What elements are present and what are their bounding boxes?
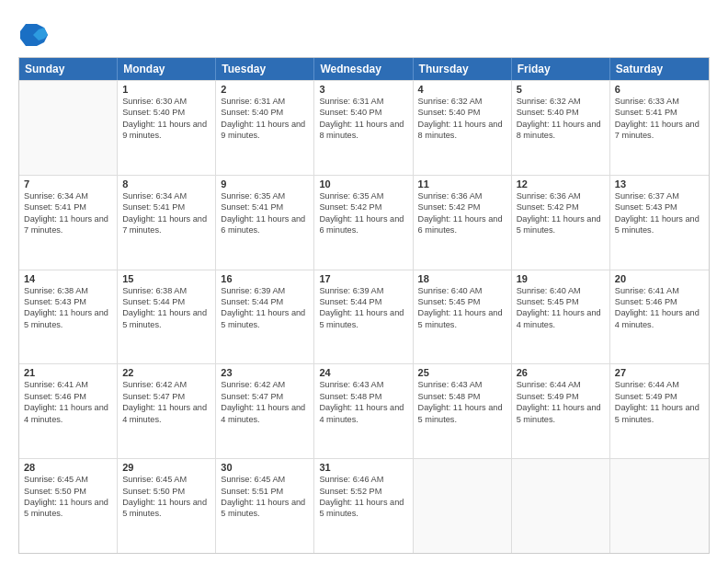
day-info: Sunrise: 6:41 AM Sunset: 5:46 PM Dayligh…	[615, 285, 704, 331]
cal-cell-6: 6Sunrise: 6:33 AM Sunset: 5:41 PM Daylig…	[610, 81, 709, 175]
day-info: Sunrise: 6:31 AM Sunset: 5:40 PM Dayligh…	[319, 96, 407, 142]
day-number: 18	[418, 273, 506, 284]
day-info: Sunrise: 6:45 AM Sunset: 5:51 PM Dayligh…	[221, 474, 309, 520]
cal-cell-19: 19Sunrise: 6:40 AM Sunset: 5:45 PM Dayli…	[512, 270, 610, 364]
cal-cell-empty-4-6	[610, 459, 709, 553]
day-number: 15	[122, 273, 210, 284]
cal-cell-27: 27Sunrise: 6:44 AM Sunset: 5:49 PM Dayli…	[610, 364, 709, 458]
cal-cell-25: 25Sunrise: 6:43 AM Sunset: 5:48 PM Dayli…	[414, 364, 512, 458]
cal-cell-14: 14Sunrise: 6:38 AM Sunset: 5:43 PM Dayli…	[19, 270, 118, 364]
cal-cell-empty-4-4	[414, 459, 512, 553]
cal-cell-9: 9Sunrise: 6:35 AM Sunset: 5:41 PM Daylig…	[216, 176, 314, 270]
day-number: 21	[24, 367, 112, 378]
cal-cell-28: 28Sunrise: 6:45 AM Sunset: 5:50 PM Dayli…	[19, 459, 118, 553]
cal-cell-7: 7Sunrise: 6:34 AM Sunset: 5:41 PM Daylig…	[19, 176, 118, 270]
cal-cell-10: 10Sunrise: 6:35 AM Sunset: 5:42 PM Dayli…	[314, 176, 413, 270]
cal-cell-23: 23Sunrise: 6:42 AM Sunset: 5:47 PM Dayli…	[216, 364, 314, 458]
cal-cell-3: 3Sunrise: 6:31 AM Sunset: 5:40 PM Daylig…	[314, 81, 413, 175]
cal-cell-empty-4-5	[512, 459, 610, 553]
day-info: Sunrise: 6:38 AM Sunset: 5:43 PM Dayligh…	[24, 285, 112, 331]
day-number: 8	[122, 178, 210, 190]
header-day-friday: Friday	[512, 58, 610, 80]
week-row-4: 28Sunrise: 6:45 AM Sunset: 5:50 PM Dayli…	[19, 458, 709, 553]
day-info: Sunrise: 6:38 AM Sunset: 5:44 PM Dayligh…	[122, 285, 210, 331]
day-info: Sunrise: 6:34 AM Sunset: 5:41 PM Dayligh…	[122, 190, 210, 236]
day-info: Sunrise: 6:43 AM Sunset: 5:48 PM Dayligh…	[418, 379, 506, 425]
day-info: Sunrise: 6:46 AM Sunset: 5:52 PM Dayligh…	[319, 474, 407, 520]
header-day-saturday: Saturday	[610, 58, 709, 80]
calendar-header: SundayMondayTuesdayWednesdayThursdayFrid…	[19, 58, 709, 80]
day-number: 26	[517, 367, 605, 378]
header-day-monday: Monday	[118, 58, 216, 80]
day-info: Sunrise: 6:30 AM Sunset: 5:40 PM Dayligh…	[122, 96, 210, 142]
logo-icon	[18, 20, 44, 46]
header	[18, 17, 710, 46]
day-number: 10	[319, 178, 407, 190]
day-number: 22	[122, 367, 210, 378]
day-info: Sunrise: 6:36 AM Sunset: 5:42 PM Dayligh…	[517, 190, 605, 236]
cal-cell-20: 20Sunrise: 6:41 AM Sunset: 5:46 PM Dayli…	[610, 270, 709, 364]
day-info: Sunrise: 6:44 AM Sunset: 5:49 PM Dayligh…	[615, 379, 704, 425]
day-info: Sunrise: 6:41 AM Sunset: 5:46 PM Dayligh…	[24, 379, 112, 425]
day-number: 31	[319, 462, 407, 473]
page: SundayMondayTuesdayWednesdayThursdayFrid…	[0, 0, 728, 563]
cal-cell-13: 13Sunrise: 6:37 AM Sunset: 5:43 PM Dayli…	[610, 176, 709, 270]
day-info: Sunrise: 6:43 AM Sunset: 5:48 PM Dayligh…	[319, 379, 407, 425]
cal-cell-21: 21Sunrise: 6:41 AM Sunset: 5:46 PM Dayli…	[19, 364, 118, 458]
cal-cell-empty-0-0	[19, 81, 118, 175]
cal-cell-26: 26Sunrise: 6:44 AM Sunset: 5:49 PM Dayli…	[512, 364, 610, 458]
day-number: 19	[517, 273, 605, 284]
logo	[18, 20, 48, 46]
day-info: Sunrise: 6:40 AM Sunset: 5:45 PM Dayligh…	[517, 285, 605, 331]
day-number: 4	[418, 84, 506, 95]
day-number: 7	[24, 178, 112, 190]
day-number: 20	[615, 273, 704, 284]
week-row-3: 21Sunrise: 6:41 AM Sunset: 5:46 PM Dayli…	[19, 363, 709, 458]
day-info: Sunrise: 6:34 AM Sunset: 5:41 PM Dayligh…	[24, 190, 112, 236]
day-info: Sunrise: 6:32 AM Sunset: 5:40 PM Dayligh…	[418, 96, 506, 142]
day-number: 2	[221, 84, 309, 95]
header-day-thursday: Thursday	[414, 58, 512, 80]
cal-cell-5: 5Sunrise: 6:32 AM Sunset: 5:40 PM Daylig…	[512, 81, 610, 175]
day-number: 23	[221, 367, 309, 378]
day-number: 6	[615, 84, 704, 95]
cal-cell-22: 22Sunrise: 6:42 AM Sunset: 5:47 PM Dayli…	[118, 364, 216, 458]
cal-cell-24: 24Sunrise: 6:43 AM Sunset: 5:48 PM Dayli…	[314, 364, 413, 458]
day-number: 24	[319, 367, 407, 378]
day-info: Sunrise: 6:39 AM Sunset: 5:44 PM Dayligh…	[319, 285, 407, 331]
cal-cell-11: 11Sunrise: 6:36 AM Sunset: 5:42 PM Dayli…	[414, 176, 512, 270]
cal-cell-12: 12Sunrise: 6:36 AM Sunset: 5:42 PM Dayli…	[512, 176, 610, 270]
day-info: Sunrise: 6:45 AM Sunset: 5:50 PM Dayligh…	[122, 474, 210, 520]
cal-cell-30: 30Sunrise: 6:45 AM Sunset: 5:51 PM Dayli…	[216, 459, 314, 553]
day-number: 17	[319, 273, 407, 284]
cal-cell-1: 1Sunrise: 6:30 AM Sunset: 5:40 PM Daylig…	[118, 81, 216, 175]
day-number: 16	[221, 273, 309, 284]
day-info: Sunrise: 6:32 AM Sunset: 5:40 PM Dayligh…	[517, 96, 605, 142]
day-number: 1	[122, 84, 210, 95]
cal-cell-2: 2Sunrise: 6:31 AM Sunset: 5:40 PM Daylig…	[216, 81, 314, 175]
week-row-2: 14Sunrise: 6:38 AM Sunset: 5:43 PM Dayli…	[19, 270, 709, 364]
day-number: 5	[517, 84, 605, 95]
cal-cell-15: 15Sunrise: 6:38 AM Sunset: 5:44 PM Dayli…	[118, 270, 216, 364]
day-info: Sunrise: 6:42 AM Sunset: 5:47 PM Dayligh…	[221, 379, 309, 425]
day-number: 25	[418, 367, 506, 378]
week-row-0: 1Sunrise: 6:30 AM Sunset: 5:40 PM Daylig…	[19, 80, 709, 175]
day-info: Sunrise: 6:35 AM Sunset: 5:42 PM Dayligh…	[319, 190, 407, 236]
day-info: Sunrise: 6:45 AM Sunset: 5:50 PM Dayligh…	[24, 474, 112, 520]
cal-cell-29: 29Sunrise: 6:45 AM Sunset: 5:50 PM Dayli…	[118, 459, 216, 553]
calendar: SundayMondayTuesdayWednesdayThursdayFrid…	[18, 57, 710, 554]
day-info: Sunrise: 6:39 AM Sunset: 5:44 PM Dayligh…	[221, 285, 309, 331]
cal-cell-18: 18Sunrise: 6:40 AM Sunset: 5:45 PM Dayli…	[414, 270, 512, 364]
day-number: 30	[221, 462, 309, 473]
week-row-1: 7Sunrise: 6:34 AM Sunset: 5:41 PM Daylig…	[19, 175, 709, 270]
day-number: 12	[517, 178, 605, 190]
day-info: Sunrise: 6:37 AM Sunset: 5:43 PM Dayligh…	[615, 190, 704, 236]
day-info: Sunrise: 6:33 AM Sunset: 5:41 PM Dayligh…	[615, 96, 704, 142]
cal-cell-17: 17Sunrise: 6:39 AM Sunset: 5:44 PM Dayli…	[314, 270, 413, 364]
day-number: 3	[319, 84, 407, 95]
day-number: 27	[615, 367, 704, 378]
day-number: 29	[122, 462, 210, 473]
day-info: Sunrise: 6:44 AM Sunset: 5:49 PM Dayligh…	[517, 379, 605, 425]
day-info: Sunrise: 6:40 AM Sunset: 5:45 PM Dayligh…	[418, 285, 506, 331]
cal-cell-16: 16Sunrise: 6:39 AM Sunset: 5:44 PM Dayli…	[216, 270, 314, 364]
